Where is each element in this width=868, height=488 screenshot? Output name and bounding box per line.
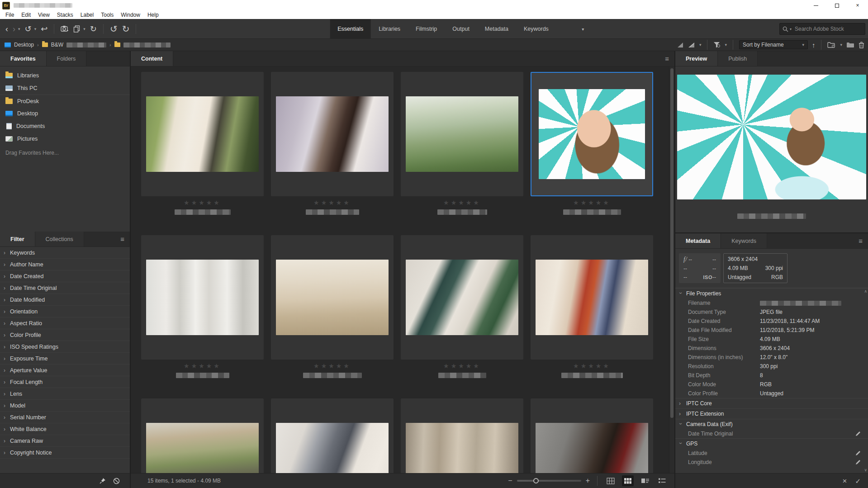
- zoom-in-icon[interactable]: +: [586, 477, 590, 485]
- metadata-tab[interactable]: Metadata: [675, 233, 721, 248]
- thumbnail-cell[interactable]: ★★★★★: [401, 398, 523, 473]
- filter-category[interactable]: › Copyright Notice: [0, 447, 130, 459]
- rating-stars[interactable]: ★★★★★: [313, 363, 351, 369]
- workspace-tab[interactable]: Filmstrip: [408, 19, 445, 39]
- photo-thumbnail[interactable]: [276, 423, 389, 473]
- slider-thumb[interactable]: [533, 478, 539, 483]
- search-scope-dropdown-icon[interactable]: ▾: [790, 27, 792, 31]
- recent-folder-dropdown-icon[interactable]: ▾: [840, 43, 842, 47]
- filter-tab[interactable]: Filter: [0, 232, 35, 246]
- redo-icon[interactable]: ↻: [122, 24, 130, 33]
- menu-item[interactable]: Window: [117, 11, 144, 19]
- section-gps[interactable]: › GPS: [675, 438, 868, 449]
- thumbnail-cell[interactable]: ★★★★★: [271, 398, 394, 473]
- rating-stars[interactable]: ★★★★★: [573, 199, 611, 206]
- workspace-tab[interactable]: Metadata: [477, 19, 516, 39]
- section-iptc-core[interactable]: › IPTC Core: [675, 398, 868, 408]
- cancel-icon[interactable]: ×: [842, 477, 847, 485]
- filter-category[interactable]: › Model: [0, 400, 130, 412]
- menu-item[interactable]: Tools: [97, 11, 117, 19]
- filter-category[interactable]: › Keywords: [0, 247, 130, 259]
- breadcrumb-redacted[interactable]: [66, 43, 106, 47]
- forward-icon[interactable]: ›: [13, 25, 15, 33]
- filter-category[interactable]: › Date Time Original: [0, 282, 130, 294]
- section-file-properties[interactable]: › File Properties: [675, 288, 868, 298]
- thumbnail-quality-fast-icon[interactable]: [677, 42, 684, 48]
- boomerang-return-icon[interactable]: ↩: [41, 25, 47, 33]
- thumbnail-cell[interactable]: ★★★★★: [141, 72, 264, 235]
- open-recent-folder-icon[interactable]: [827, 42, 836, 48]
- thumbnail-cell[interactable]: ★★★★★: [141, 398, 264, 473]
- rating-stars[interactable]: ★★★★★: [573, 363, 611, 369]
- thumbnail-cell[interactable]: ★★★★★: [401, 72, 523, 235]
- section-camera-data[interactable]: › Camera Data (Exif): [675, 419, 868, 429]
- thumbnail-card[interactable]: [141, 235, 264, 360]
- photo-thumbnail[interactable]: [539, 89, 645, 179]
- preview-image[interactable]: [677, 75, 866, 199]
- thumbnail-size-slider[interactable]: − +: [508, 477, 590, 485]
- thumbnail-quality-hq-icon[interactable]: [688, 42, 695, 48]
- filter-category[interactable]: › Author Name: [0, 259, 130, 270]
- favorites-item[interactable]: Pictures: [0, 133, 130, 145]
- undo-icon[interactable]: ↺: [110, 24, 118, 33]
- filter-category[interactable]: › Serial Number: [0, 412, 130, 423]
- thumbnail-cell[interactable]: ★★★★★: [271, 235, 394, 398]
- filter-category[interactable]: › Orientation: [0, 306, 130, 317]
- clear-filter-icon[interactable]: [113, 478, 120, 484]
- zoom-out-icon[interactable]: −: [508, 477, 512, 485]
- filter-category[interactable]: › Date Modified: [0, 294, 130, 306]
- search-input[interactable]: ▾ Search Adobe Stock: [779, 23, 865, 35]
- rating-stars[interactable]: ★★★★★: [313, 199, 351, 206]
- filter-tab[interactable]: Collections: [35, 232, 84, 246]
- menu-item[interactable]: Stacks: [53, 11, 77, 19]
- thumbnail-view-icon[interactable]: [622, 475, 634, 486]
- favorites-item[interactable]: This PC: [0, 82, 130, 95]
- workspace-tab[interactable]: Essentials: [330, 19, 371, 39]
- photo-thumbnail[interactable]: [146, 423, 259, 473]
- thumbnail-card[interactable]: [401, 72, 523, 196]
- thumbnail-card[interactable]: [271, 72, 394, 196]
- filter-category[interactable]: › Lens: [0, 388, 130, 400]
- sort-ascending-icon[interactable]: ↑: [812, 41, 816, 49]
- thumbnail-card[interactable]: [531, 72, 653, 196]
- breadcrumb-redacted[interactable]: [123, 43, 171, 47]
- thumbnail-card[interactable]: [401, 398, 523, 473]
- breadcrumb-desktop[interactable]: Desktop: [14, 42, 34, 48]
- edit-pencil-icon[interactable]: [855, 431, 861, 436]
- back-icon[interactable]: ‹: [5, 25, 8, 33]
- rating-stars[interactable]: ★★★★★: [443, 363, 481, 369]
- maximize-button[interactable]: [826, 0, 847, 11]
- rating-stars[interactable]: ★★★★★: [184, 363, 221, 369]
- photo-thumbnail[interactable]: [146, 96, 259, 171]
- copy-dropdown-icon[interactable]: ▾: [83, 27, 85, 31]
- workspace-tab[interactable]: Keywords: [516, 19, 556, 39]
- sidebar-tab[interactable]: Folders: [47, 51, 87, 66]
- scroll-up-icon[interactable]: ∧: [864, 289, 867, 294]
- recent-files-icon[interactable]: ↺: [25, 25, 32, 33]
- new-folder-icon[interactable]: [846, 42, 854, 48]
- thumbnail-cell[interactable]: ★★★★★: [271, 72, 394, 235]
- workspace-more-icon[interactable]: ▾: [575, 19, 590, 39]
- delete-trash-icon[interactable]: [859, 42, 864, 48]
- filter-category[interactable]: › Camera Raw: [0, 435, 130, 447]
- filter-dropdown-icon[interactable]: ▾: [725, 43, 727, 47]
- menu-item[interactable]: View: [34, 11, 53, 19]
- details-view-icon[interactable]: [639, 475, 651, 486]
- photo-thumbnail[interactable]: [276, 96, 389, 171]
- minimize-button[interactable]: [806, 0, 826, 11]
- list-view-icon[interactable]: [656, 475, 668, 486]
- photo-thumbnail[interactable]: [406, 423, 518, 473]
- filter-category[interactable]: › ISO Speed Ratings: [0, 341, 130, 353]
- content-panel-menu-icon[interactable]: ≡: [659, 51, 674, 66]
- get-photos-camera-icon[interactable]: [61, 25, 69, 32]
- menu-item[interactable]: Label: [77, 11, 97, 19]
- menu-item[interactable]: File: [2, 11, 18, 19]
- recent-dropdown-icon[interactable]: ▾: [34, 27, 37, 31]
- slider-track[interactable]: [517, 480, 581, 482]
- preview-tab[interactable]: Preview: [675, 51, 718, 66]
- menu-item[interactable]: Help: [144, 11, 162, 19]
- photo-thumbnail[interactable]: [536, 423, 648, 473]
- photo-thumbnail[interactable]: [406, 96, 518, 171]
- rating-stars[interactable]: ★★★★★: [184, 199, 221, 206]
- thumbnail-cell[interactable]: ★★★★★: [531, 235, 653, 398]
